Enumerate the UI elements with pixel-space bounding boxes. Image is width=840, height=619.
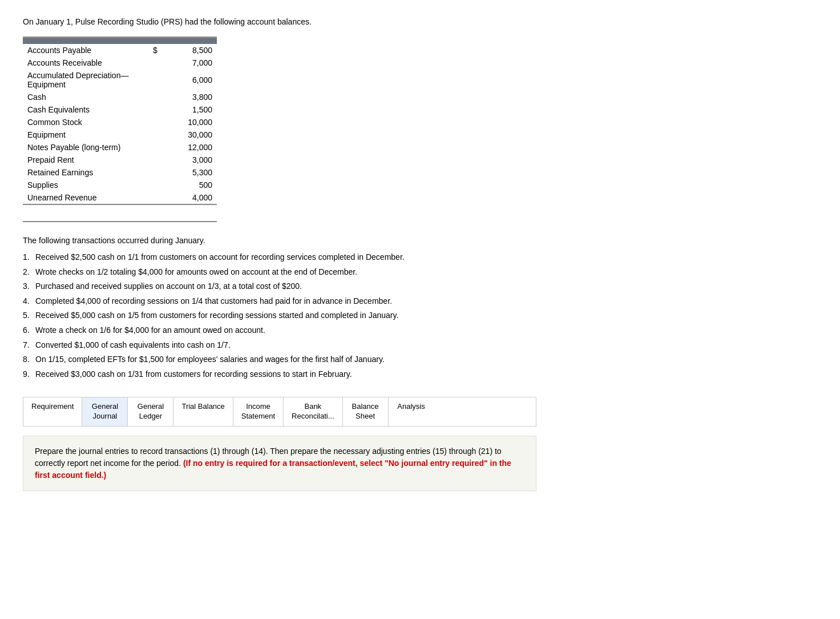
- trans-text: Received $3,000 cash on 1/31 from custom…: [35, 369, 817, 380]
- account-row: Common Stock 10,000: [23, 116, 217, 128]
- account-row: Unearned Revenue 4,000: [23, 191, 217, 204]
- transaction-item: 9.Received $3,000 cash on 1/31 from cust…: [23, 369, 817, 380]
- tab-item-trial-balance[interactable]: Trial Balance: [173, 397, 233, 426]
- trans-number: 2.: [23, 267, 35, 278]
- transaction-item: 7.Converted $1,000 of cash equivalents i…: [23, 340, 817, 351]
- account-amount: 7,000: [159, 57, 217, 69]
- account-amount: 8,500: [159, 44, 217, 57]
- transactions-list: 1.Received $2,500 cash on 1/1 from custo…: [23, 252, 817, 380]
- dollar-sign: [148, 179, 159, 191]
- account-name: Accumulated Depreciation—Equipment: [23, 69, 148, 91]
- trans-text: Purchased and received supplies on accou…: [35, 281, 817, 292]
- trans-number: 8.: [23, 354, 35, 365]
- trans-text: Wrote checks on 1/2 totaling $4,000 for …: [35, 267, 817, 278]
- account-row: Equipment 30,000: [23, 128, 217, 141]
- transaction-item: 4.Completed $4,000 of recording sessions…: [23, 296, 817, 307]
- account-name: Accounts Receivable: [23, 57, 148, 69]
- account-table: Accounts Payable $ 8,500 Accounts Receiv…: [23, 38, 217, 207]
- account-name: Unearned Revenue: [23, 191, 148, 204]
- account-amount: 500: [159, 179, 217, 191]
- tab-item-analysis[interactable]: Analysis: [389, 397, 434, 426]
- dollar-sign: [148, 128, 159, 141]
- trans-text: Wrote a check on 1/6 for $4,000 for an a…: [35, 325, 817, 336]
- tab-item-general-ledger[interactable]: General Ledger: [128, 397, 173, 426]
- instruction-box: Prepare the journal entries to record tr…: [23, 436, 536, 491]
- account-name: Retained Earnings: [23, 166, 148, 179]
- dollar-sign: [148, 191, 159, 204]
- account-row: Accounts Receivable 7,000: [23, 57, 217, 69]
- account-amount: 3,000: [159, 154, 217, 166]
- account-row: Accounts Payable $ 8,500: [23, 44, 217, 57]
- tab-item-requirement[interactable]: Requirement: [23, 397, 82, 426]
- dollar-sign: [148, 91, 159, 103]
- transactions-header: The following transactions occurred duri…: [23, 236, 817, 245]
- trans-number: 7.: [23, 340, 35, 351]
- account-name: Cash: [23, 91, 148, 103]
- account-row: Accumulated Depreciation—Equipment 6,000: [23, 69, 217, 91]
- dollar-sign: [148, 116, 159, 128]
- transaction-item: 1.Received $2,500 cash on 1/1 from custo…: [23, 252, 817, 263]
- transaction-item: 8.On 1/15, completed EFTs for $1,500 for…: [23, 354, 817, 365]
- tab-item-general-journal[interactable]: General Journal: [82, 397, 128, 426]
- account-amount: 3,800: [159, 91, 217, 103]
- trans-text: Received $2,500 cash on 1/1 from custome…: [35, 252, 817, 263]
- account-name: Prepaid Rent: [23, 154, 148, 166]
- trans-number: 5.: [23, 310, 35, 321]
- account-name: Supplies: [23, 179, 148, 191]
- trans-text: Received $5,000 cash on 1/5 from custome…: [35, 310, 817, 321]
- account-name: Common Stock: [23, 116, 148, 128]
- trans-number: 1.: [23, 252, 35, 263]
- account-row: Prepaid Rent 3,000: [23, 154, 217, 166]
- dollar-sign: [148, 141, 159, 154]
- transaction-item: 3.Purchased and received supplies on acc…: [23, 281, 817, 292]
- account-amount: 30,000: [159, 128, 217, 141]
- trans-number: 3.: [23, 281, 35, 292]
- dollar-sign: [148, 166, 159, 179]
- tab-item-bank-reconcilati[interactable]: Bank Reconcilati...: [284, 397, 342, 426]
- tab-item-income-statement[interactable]: Income Statement: [233, 397, 284, 426]
- account-row: Cash Equivalents 1,500: [23, 103, 217, 116]
- transaction-item: 2.Wrote checks on 1/2 totaling $4,000 fo…: [23, 267, 817, 278]
- dollar-sign: [148, 154, 159, 166]
- account-name: Equipment: [23, 128, 148, 141]
- dollar-sign: [148, 103, 159, 116]
- transaction-item: 6.Wrote a check on 1/6 for $4,000 for an…: [23, 325, 817, 336]
- tab-item-balance-sheet[interactable]: Balance Sheet: [343, 397, 389, 426]
- trans-text: Completed $4,000 of recording sessions o…: [35, 296, 817, 307]
- trans-text: Converted $1,000 of cash equivalents int…: [35, 340, 817, 351]
- account-amount: 5,300: [159, 166, 217, 179]
- account-row: Supplies 500: [23, 179, 217, 191]
- account-amount: 4,000: [159, 191, 217, 204]
- account-name: Cash Equivalents: [23, 103, 148, 116]
- account-name: Accounts Payable: [23, 44, 148, 57]
- trans-number: 9.: [23, 369, 35, 380]
- trans-number: 4.: [23, 296, 35, 307]
- account-table-wrapper: Accounts Payable $ 8,500 Accounts Receiv…: [23, 37, 217, 222]
- account-amount: 6,000: [159, 69, 217, 91]
- dollar-sign: [148, 69, 159, 91]
- dollar-sign: $: [148, 44, 159, 57]
- account-amount: 1,500: [159, 103, 217, 116]
- account-row: Retained Earnings 5,300: [23, 166, 217, 179]
- trans-number: 6.: [23, 325, 35, 336]
- dollar-sign: [148, 57, 159, 69]
- account-row: Notes Payable (long-term) 12,000: [23, 141, 217, 154]
- account-row: Cash 3,800: [23, 91, 217, 103]
- account-amount: 12,000: [159, 141, 217, 154]
- account-name: Notes Payable (long-term): [23, 141, 148, 154]
- trans-text: On 1/15, completed EFTs for $1,500 for e…: [35, 354, 817, 365]
- intro-text: On January 1, Pulse Recording Studio (PR…: [23, 17, 817, 26]
- tab-bar[interactable]: RequirementGeneral JournalGeneral Ledger…: [23, 397, 536, 427]
- account-amount: 10,000: [159, 116, 217, 128]
- transaction-item: 5.Received $5,000 cash on 1/5 from custo…: [23, 310, 817, 321]
